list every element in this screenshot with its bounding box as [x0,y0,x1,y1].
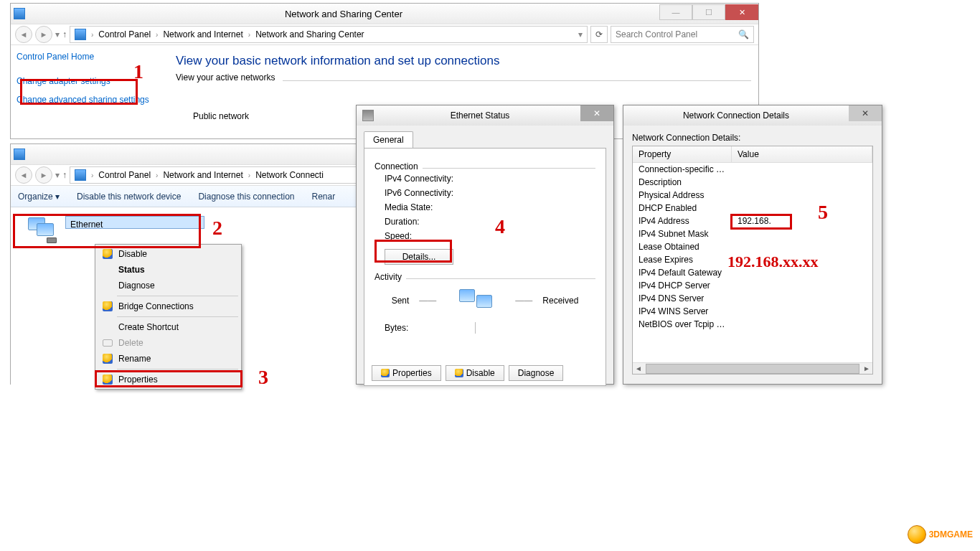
location-icon [75,29,86,40]
context-menu: Disable Status Diagnose Bridge Connectio… [95,244,242,390]
value-cell [732,279,872,292]
forward-button-2[interactable]: ► [35,166,52,184]
details-row[interactable]: Description [633,176,872,189]
ctx-status[interactable]: Status [97,262,240,278]
rename-link[interactable]: Renar [312,192,336,202]
refresh-button[interactable]: ⟳ [590,26,608,43]
details-row[interactable]: IPv4 DNS Server [633,292,872,305]
property-cell: Description [633,176,732,189]
search-input[interactable]: Search Control Panel 🔍 [611,26,754,43]
crumb-2[interactable]: Network and Internet [163,29,242,39]
crumb-1[interactable]: Control Panel [98,29,151,39]
status-row: Media State: [385,202,433,212]
details-row[interactable]: IPv4 DHCP Server [633,279,872,292]
disable-device-link[interactable]: Disable this network device [77,192,181,202]
ethernet-adapter-item[interactable]: Ethernet [25,216,204,243]
maximize-button[interactable]: ☐ [692,4,725,20]
recent-button-2[interactable]: ▾ [55,170,60,180]
shield-icon [381,369,390,377]
details-row[interactable]: Physical Address [633,189,872,202]
logo-icon [908,525,926,544]
crumb-3[interactable]: Network and Sharing Center [255,29,364,39]
property-cell: IPv4 DHCP Server [633,279,732,292]
close-button[interactable]: ✕ [580,105,613,121]
ctx-delete: Delete [97,335,240,351]
status-row: Speed: [385,231,412,241]
properties-button[interactable]: Properties [372,365,441,381]
dialog-titlebar: Ethernet Status ✕ [357,105,613,126]
forward-button[interactable]: ► [35,26,52,43]
ctx-disable[interactable]: Disable [97,246,240,262]
ctx-rename[interactable]: Rename [97,351,240,367]
tab-general[interactable]: General [364,131,413,148]
value-cell [732,189,872,202]
address-bar: ◄ ► ▾ ↑ › Control Panel› Network and Int… [11,24,758,45]
organize-menu[interactable]: Organize ▾ [18,192,60,202]
shield-icon [103,375,113,385]
value-cell [732,318,872,331]
minimize-button[interactable]: — [659,4,692,20]
crumb2-1[interactable]: Control Panel [98,170,151,180]
shield-icon [103,249,113,259]
ethernet-status-dialog: Ethernet Status ✕ General Connection IPv… [356,105,614,385]
diagnose-button[interactable]: Diagnose [509,365,564,381]
crumb2-2[interactable]: Network and Internet [163,170,242,180]
received-label: Received [542,296,578,306]
property-cell: Lease Expires [633,253,732,266]
up-button-2[interactable]: ↑ [62,170,67,180]
close-button[interactable]: ✕ [725,4,758,20]
close-button[interactable]: ✕ [849,105,882,121]
status-row: Duration: [385,217,420,227]
shield-icon [103,301,113,311]
disable-button[interactable]: Disable [446,365,504,381]
search-icon: 🔍 [738,29,749,39]
property-cell: Lease Obtained [633,240,732,253]
recent-button[interactable]: ▾ [55,29,60,39]
details-row[interactable]: IPv4 WINS Server [633,305,872,318]
details-row[interactable]: NetBIOS over Tcpip En... [633,318,872,331]
property-cell: IPv4 Subnet Mask [633,227,732,240]
ctx-bridge[interactable]: Bridge Connections [97,298,240,314]
value-cell [732,176,872,189]
up-button[interactable]: ↑ [62,29,67,39]
scroll-left[interactable]: ◄ [633,364,644,374]
page-heading: View your basic network information and … [176,47,751,72]
crumb2-3[interactable]: Network Connecti [255,170,324,180]
scroll-right[interactable]: ► [861,364,872,374]
shield-icon [103,354,113,364]
breadcrumb-2[interactable]: › Control Panel› Network and Internet› N… [70,166,386,184]
breadcrumb[interactable]: › Control Panel› Network and Internet› N… [70,26,588,43]
value-cell [732,292,872,305]
scroll-thumb[interactable] [646,364,859,374]
details-row[interactable]: Connection-specific DN... [633,163,872,176]
property-cell: IPv4 WINS Server [633,305,732,318]
details-button[interactable]: Details... [385,249,453,265]
watermark-logo: 3DMGAME [908,525,973,544]
value-cell [732,240,872,253]
details-row[interactable]: IPv4 Subnet Mask [633,227,872,240]
property-cell: NetBIOS over Tcpip En... [633,318,732,331]
change-advanced-sharing-link[interactable]: Change advanced sharing settings [15,93,159,107]
back-button[interactable]: ◄ [15,26,32,43]
annotation-num-4: 4 [495,215,505,238]
details-row[interactable]: Lease Obtained [633,240,872,253]
ctx-properties[interactable]: Properties [97,372,240,387]
ethernet-icon [362,110,374,121]
diagnose-connection-link[interactable]: Diagnose this connection [198,192,294,202]
col-property[interactable]: Property [633,146,732,163]
col-value[interactable]: Value [732,146,872,163]
details-row[interactable]: DHCP Enabled [633,202,872,215]
window-title-2: Netwo [28,149,390,160]
details-row[interactable]: IPv4 Address192.168. [633,215,872,227]
property-cell: DHCP Enabled [633,202,732,215]
activity-icon [459,288,492,314]
annotation-num-1: 1 [133,60,143,83]
sent-label: Sent [392,296,410,306]
value-cell: 192.168. [732,215,872,227]
control-panel-icon [14,8,25,19]
ctx-diagnose[interactable]: Diagnose [97,278,240,293]
horizontal-scrollbar[interactable]: ◄ ► [633,362,872,374]
back-button-2[interactable]: ◄ [15,166,32,184]
dialog-titlebar: Network Connection Details ✕ [623,105,882,126]
ctx-shortcut[interactable]: Create Shortcut [97,319,240,335]
